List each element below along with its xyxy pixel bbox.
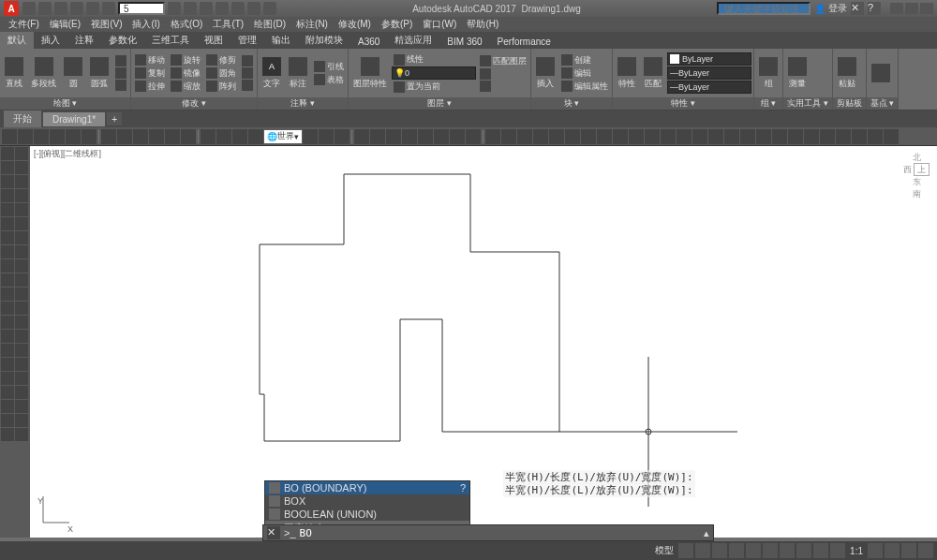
maximize-button[interactable] — [905, 3, 918, 14]
tab-start[interactable]: 开始 — [4, 111, 41, 127]
tab-addins[interactable]: 附加模块 — [298, 32, 350, 49]
scale-button[interactable]: 1:1 — [847, 546, 866, 556]
qat-more6-icon[interactable] — [247, 2, 260, 15]
tb-48[interactable] — [804, 129, 819, 144]
lt-41[interactable] — [1, 428, 14, 441]
lt-15[interactable] — [1, 245, 14, 258]
arc-button[interactable]: 圆弧 — [87, 56, 112, 91]
create-button[interactable]: 创建 — [559, 54, 610, 66]
sb-gear[interactable] — [868, 543, 883, 558]
menu-help[interactable]: 帮助(H) — [462, 18, 503, 31]
lt-9[interactable] — [1, 203, 14, 216]
sb-ortho[interactable] — [712, 543, 727, 558]
layerprops-button[interactable]: 图层特性 — [350, 56, 390, 91]
tb-26[interactable] — [450, 129, 465, 144]
editattr-button[interactable]: 编辑属性 — [559, 81, 610, 93]
tb-16[interactable] — [248, 129, 263, 144]
exchange-icon[interactable]: ✕ — [851, 2, 864, 15]
lt-34[interactable] — [15, 372, 28, 385]
lt-33[interactable] — [1, 372, 14, 385]
lt-38[interactable] — [15, 400, 28, 413]
drawing-canvas[interactable]: [-][俯视][二维线框] Y X 北 西 上 东 南 半宽(H)/长度(L)/… — [30, 146, 937, 538]
tb-19[interactable] — [335, 129, 350, 144]
lt-16[interactable] — [15, 245, 28, 258]
panel-block-title[interactable]: 块 ▾ — [531, 97, 612, 110]
tb-13[interactable] — [201, 129, 216, 144]
menu-edit[interactable]: 编辑(E) — [45, 18, 85, 31]
command-line[interactable]: ✕ >_ ▴ — [262, 524, 714, 541]
tb-18[interactable] — [319, 129, 334, 144]
tab-performance[interactable]: Performance — [490, 35, 558, 49]
tb-49[interactable] — [820, 129, 835, 144]
layer-extra2[interactable] — [478, 81, 528, 92]
qat-open-icon[interactable] — [38, 2, 52, 15]
tb-23[interactable] — [402, 129, 417, 144]
tb-43[interactable] — [724, 129, 739, 144]
lt-30[interactable] — [15, 344, 28, 357]
lt-36[interactable] — [15, 386, 28, 399]
tb-8[interactable] — [117, 129, 132, 144]
lt-11[interactable] — [1, 217, 14, 230]
menu-param[interactable]: 参数(P) — [377, 18, 417, 31]
lt-18[interactable] — [15, 259, 28, 273]
tb-24[interactable] — [418, 129, 433, 144]
panel-props-title[interactable]: 特性 ▾ — [613, 97, 753, 110]
panel-group-title[interactable]: 组 ▾ — [754, 97, 782, 110]
tb-5[interactable] — [66, 129, 81, 144]
qat-new-icon[interactable] — [22, 2, 36, 15]
qat-more3-icon[interactable] — [200, 2, 213, 15]
tb-38[interactable] — [645, 129, 660, 144]
tb-50[interactable] — [836, 129, 851, 144]
layer-extra1[interactable] — [478, 68, 528, 80]
tb-9[interactable] — [133, 129, 148, 144]
lt-19[interactable] — [1, 273, 14, 287]
lt-5[interactable] — [1, 175, 14, 188]
sb-sc[interactable] — [830, 543, 845, 558]
menu-dim[interactable]: 标注(N) — [291, 18, 333, 31]
sb-trans[interactable] — [796, 543, 811, 558]
lt-32[interactable] — [15, 358, 28, 371]
measure-button[interactable]: 测量 — [785, 56, 810, 91]
lt-21[interactable] — [1, 287, 14, 301]
lt-20[interactable] — [15, 273, 28, 287]
panel-clip-title[interactable]: 剪贴板 — [833, 97, 866, 110]
setcurrent-button[interactable]: 置为当前 — [392, 81, 476, 93]
sb-polar[interactable] — [729, 543, 744, 558]
view-cube[interactable]: 北 西 上 东 南 — [900, 152, 933, 200]
minimize-button[interactable] — [890, 3, 903, 14]
tab-insert[interactable]: 插入 — [34, 32, 67, 49]
draw-extra2[interactable] — [113, 67, 128, 79]
draw-extra3[interactable] — [113, 80, 128, 91]
tb-1[interactable] — [2, 129, 17, 144]
lt-26[interactable] — [15, 316, 28, 329]
menu-draw[interactable]: 绘图(D) — [249, 18, 290, 31]
tab-default[interactable]: 默认 — [0, 32, 34, 49]
linetype-combo[interactable]: — ByLayer — [667, 66, 751, 80]
tb-34[interactable] — [581, 129, 596, 144]
lt-6[interactable] — [15, 175, 28, 188]
panel-draw-title[interactable]: 绘图 ▾ — [0, 97, 130, 110]
panel-base-title[interactable]: 基点 ▾ — [867, 97, 899, 110]
mirror-button[interactable]: 镜像 — [169, 67, 202, 80]
qat-more-icon[interactable] — [168, 2, 181, 15]
leader-button[interactable]: 引线 — [312, 61, 346, 73]
tb-10[interactable] — [149, 129, 164, 144]
lt-13[interactable] — [1, 231, 14, 244]
tb-53[interactable] — [884, 129, 899, 144]
help-icon[interactable]: ? — [460, 482, 466, 494]
lt-29[interactable] — [1, 344, 14, 357]
lt-31[interactable] — [1, 358, 14, 371]
tb-31[interactable] — [533, 129, 548, 144]
tb-6[interactable] — [82, 129, 97, 144]
qat-dropdown-icon[interactable] — [263, 2, 276, 15]
tb-14[interactable] — [216, 129, 231, 144]
sb-max[interactable] — [885, 543, 900, 558]
scale-button[interactable]: 缩放 — [169, 81, 202, 93]
lt-42[interactable] — [15, 428, 28, 441]
dim-button[interactable]: 标注 — [286, 56, 310, 91]
close-button[interactable] — [920, 3, 933, 14]
lt-2[interactable] — [15, 147, 28, 160]
navcube-e[interactable]: 东 — [913, 177, 921, 186]
tb-25[interactable] — [434, 129, 449, 144]
model-button[interactable]: 模型 — [652, 544, 677, 557]
